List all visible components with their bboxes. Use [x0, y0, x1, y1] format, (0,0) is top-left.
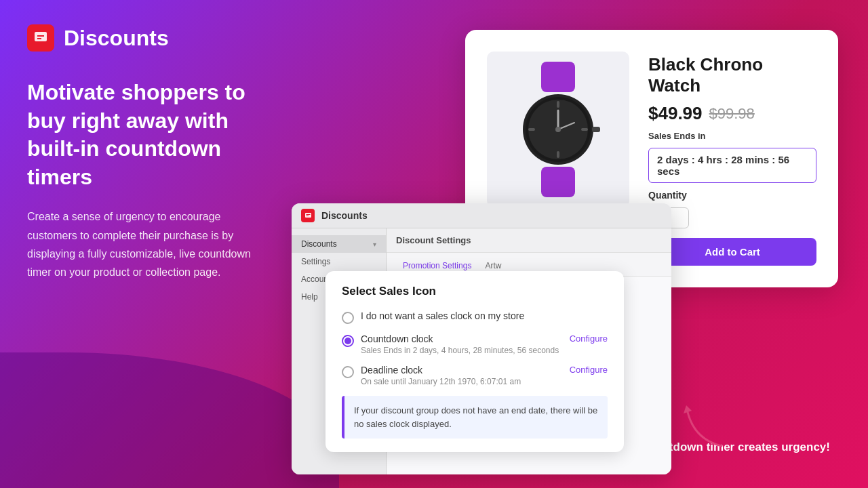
- radio-deadline-sublabel: On sale until January 12th 1970, 6:07:01…: [387, 377, 563, 386]
- logo-row: Discounts: [27, 24, 271, 52]
- svg-rect-8: [557, 101, 559, 108]
- app-name: Discounts: [64, 26, 169, 51]
- sidebar-label-help: Help: [301, 292, 318, 302]
- configure-deadline-link[interactable]: Configure: [570, 365, 608, 375]
- discounts-window: Discounts Discounts ▾ Settings Account H…: [292, 203, 671, 474]
- svg-rect-3: [541, 62, 575, 92]
- svg-rect-10: [528, 128, 535, 131]
- curved-arrow-icon: [681, 399, 735, 453]
- sidebar-item-discounts[interactable]: Discounts ▾: [292, 235, 386, 253]
- radio-no-clock-labels: I do not want a sales clock on my store: [387, 310, 608, 321]
- radio-option-deadline[interactable]: Deadline clock On sale until January 12t…: [387, 365, 608, 386]
- window-title: Discounts: [321, 210, 368, 221]
- radio-countdown-sublabel: Sales Ends in 2 days, 4 hours, 28 minute…: [387, 346, 563, 355]
- svg-rect-1: [37, 35, 44, 37]
- radio-deadline-label: Deadline clock: [387, 365, 563, 375]
- price-current: $49.99: [648, 103, 703, 124]
- svg-rect-17: [305, 213, 311, 218]
- add-to-cart-button[interactable]: Add to Cart: [648, 238, 816, 266]
- window-body: Discounts ▾ Settings Account Help Discou…: [292, 228, 671, 474]
- sidebar-label-settings: Settings: [301, 257, 330, 266]
- product-name: Black Chrono Watch: [648, 54, 816, 96]
- quantity-label: Quantity: [648, 190, 816, 201]
- modal-title: Select Sales Icon: [387, 285, 608, 298]
- watch-illustration: [504, 62, 612, 197]
- left-panel: Discounts Motivate shoppers to buy right…: [0, 0, 298, 488]
- radio-countdown-labels: Countdown clock Sales Ends in 2 days, 4 …: [387, 333, 563, 355]
- svg-point-14: [555, 127, 561, 132]
- chevron-down-icon: ▾: [373, 241, 376, 248]
- logo-svg: [33, 30, 48, 45]
- product-info: Black Chrono Watch $49.99 $99.98 Sales E…: [648, 52, 816, 266]
- radio-deadline-labels: Deadline clock On sale until January 12t…: [387, 365, 563, 386]
- sidebar-label-discounts: Discounts: [301, 239, 337, 249]
- sales-ends-label: Sales Ends in: [648, 131, 816, 141]
- info-box: If your discount group does not have an …: [387, 396, 608, 439]
- window-content: Discount Settings Promotion Settings Art…: [387, 228, 671, 474]
- price-row: $49.99 $99.98: [648, 103, 816, 124]
- configure-countdown-link[interactable]: Configure: [570, 333, 608, 344]
- radio-countdown-label: Countdown clock: [387, 333, 563, 344]
- svg-rect-18: [306, 214, 310, 215]
- product-image: [487, 52, 629, 207]
- app-logo-icon: [27, 24, 54, 52]
- headline: Motivate shoppers to buy right away with…: [27, 79, 271, 191]
- radio-option-no-clock[interactable]: I do not want a sales clock on my store: [387, 310, 608, 324]
- svg-rect-9: [557, 151, 559, 158]
- select-sales-icon-modal: Select Sales Icon I do not want a sales …: [387, 271, 624, 452]
- window-logo-svg: [304, 212, 312, 220]
- content-header: Discount Settings: [387, 228, 671, 253]
- sidebar-item-settings[interactable]: Settings: [292, 253, 386, 270]
- svg-rect-11: [581, 128, 588, 131]
- svg-rect-2: [37, 38, 41, 39]
- price-original: $99.98: [709, 105, 755, 123]
- subtext: Create a sense of urgency to encourage c…: [27, 207, 271, 281]
- svg-rect-19: [306, 216, 309, 216]
- svg-rect-15: [592, 127, 600, 132]
- svg-rect-4: [541, 167, 575, 197]
- radio-no-clock-label: I do not want a sales clock on my store: [387, 310, 608, 321]
- window-titlebar: Discounts: [292, 203, 671, 228]
- window-logo-icon: [301, 209, 315, 222]
- countdown-display: 2 days : 4 hrs : 28 mins : 56 secs: [648, 148, 816, 183]
- radio-option-countdown[interactable]: Countdown clock Sales Ends in 2 days, 4 …: [387, 333, 608, 355]
